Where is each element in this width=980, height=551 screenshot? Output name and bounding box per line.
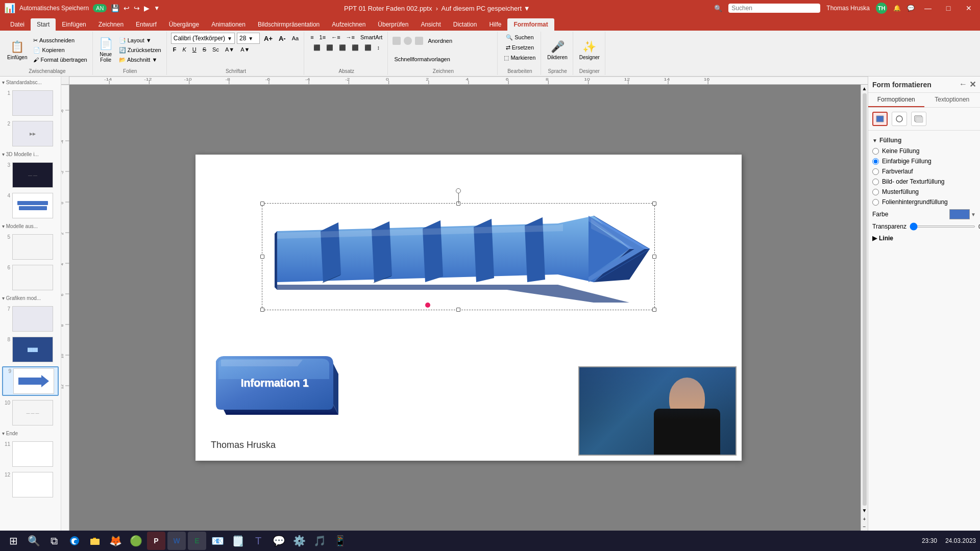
- shape-btn-3[interactable]: [415, 37, 423, 45]
- font-size-selector[interactable]: 28 ▼: [237, 33, 260, 44]
- scroll-down[interactable]: ▼: [861, 507, 868, 514]
- tab-animationen[interactable]: Animationen: [205, 18, 252, 31]
- tab-datei[interactable]: Datei: [4, 18, 31, 31]
- scroll-thumb-v[interactable]: [863, 93, 867, 506]
- slide-thumb-11[interactable]: 11: [2, 440, 59, 468]
- group-label-4[interactable]: ▾ Grafiken mod...: [2, 294, 59, 302]
- zoom-in[interactable]: +: [862, 515, 867, 523]
- slide-thumb-9[interactable]: 9: [2, 366, 59, 396]
- dictate-button[interactable]: 🎤 Diktieren: [545, 35, 569, 65]
- fill-pattern-option[interactable]: Musterfüllung: [872, 187, 976, 197]
- tab-start[interactable]: Start: [31, 18, 56, 31]
- comments-icon[interactable]: 💬: [907, 5, 915, 12]
- powerpoint-app[interactable]: P: [147, 532, 165, 550]
- underline-button[interactable]: U: [190, 45, 199, 54]
- tab-entwurf[interactable]: Entwurf: [130, 18, 163, 31]
- bullets-button[interactable]: ≡: [308, 33, 315, 42]
- shape-icon-fill[interactable]: [872, 112, 888, 126]
- tab-ansicht[interactable]: Ansicht: [414, 18, 447, 31]
- edge-browser[interactable]: [65, 532, 84, 550]
- zoom-out[interactable]: −: [862, 523, 867, 531]
- layout-button[interactable]: 📑 Layout ▼: [117, 36, 163, 45]
- fill-solid-radio[interactable]: [872, 158, 879, 165]
- align-center-button[interactable]: ⬛: [324, 43, 335, 52]
- font-name-dropdown[interactable]: ▼: [227, 36, 232, 41]
- line-spacing-button[interactable]: ↕: [375, 43, 382, 52]
- slide-thumb-4[interactable]: 4: [2, 192, 59, 219]
- chrome[interactable]: 🟢: [127, 532, 145, 550]
- columns-button[interactable]: ⬛: [362, 43, 374, 52]
- slide-thumb-3[interactable]: 3 — —: [2, 161, 59, 189]
- fill-section-header[interactable]: ▼ Füllung: [872, 135, 976, 146]
- tab-formformat[interactable]: Formformat: [507, 18, 554, 31]
- shape-icon-effects[interactable]: [911, 112, 926, 126]
- copy-button[interactable]: 📄 Kopieren: [31, 45, 89, 55]
- designer-button[interactable]: ✨ Designer: [577, 35, 602, 65]
- phone-app[interactable]: 📱: [331, 532, 349, 550]
- group-label-1[interactable]: ▾ Standardabsc...: [2, 79, 59, 86]
- fill-gradient-radio[interactable]: [872, 168, 879, 175]
- fill-slide-radio[interactable]: [872, 199, 879, 206]
- tab-uebergaenge[interactable]: Übergänge: [163, 18, 205, 31]
- select-button[interactable]: ⬚ Markieren: [502, 53, 537, 62]
- tab-einfuegen[interactable]: Einfügen: [56, 18, 92, 31]
- slide-thumb-8[interactable]: 8 ████: [2, 336, 59, 363]
- search-input[interactable]: [728, 4, 820, 13]
- shadow-button[interactable]: Sc: [210, 45, 221, 54]
- slide[interactable]: Information 1 Information 1 Information …: [195, 155, 742, 461]
- start-button[interactable]: ⊞: [4, 532, 22, 550]
- reset-button[interactable]: 🔄 Zurücksetzen: [117, 45, 163, 55]
- group-label-2[interactable]: ▾ 3D Modelle i...: [2, 151, 59, 158]
- replace-button[interactable]: ⇄ Ersetzen: [504, 43, 536, 52]
- shape-btn-2[interactable]: [404, 37, 412, 45]
- fill-picture-option[interactable]: Bild- oder Texturfüllung: [872, 177, 976, 187]
- group-label-3[interactable]: ▾ Modelle aus...: [2, 222, 59, 230]
- slide-thumb-1[interactable]: 1: [2, 89, 59, 117]
- italic-button[interactable]: K: [180, 45, 188, 54]
- font-decrease-button[interactable]: A-: [277, 34, 288, 43]
- color-swatch[interactable]: [949, 209, 970, 219]
- onenote-app[interactable]: 🗒️: [229, 532, 247, 550]
- arrange-button[interactable]: Anordnen: [426, 36, 454, 45]
- scroll-bar-v[interactable]: ▲ ▼ + −: [861, 85, 868, 531]
- panel-close-button[interactable]: ✕: [969, 80, 976, 89]
- tab-hilfe[interactable]: Hilfe: [483, 18, 507, 31]
- system-app-1[interactable]: ⚙️: [290, 532, 308, 550]
- increase-indent-button[interactable]: →≡: [344, 33, 357, 42]
- redo-icon[interactable]: ↪: [134, 4, 140, 12]
- shape-icon-outline[interactable]: [892, 112, 907, 126]
- shape-btn-1[interactable]: [393, 37, 401, 45]
- panel-tab-form[interactable]: Formoptionen: [868, 93, 924, 107]
- slide-thumb-2[interactable]: 2 ▶▶: [2, 120, 59, 147]
- color-dropdown[interactable]: ▼: [971, 212, 976, 217]
- slide-thumb-6[interactable]: 6: [2, 264, 59, 291]
- fill-solid-option[interactable]: Einfarbige Füllung: [872, 156, 976, 166]
- section-button[interactable]: 📂 Abschnitt ▼: [117, 55, 163, 64]
- slide-thumb-12[interactable]: 12: [2, 471, 59, 498]
- save-icon[interactable]: 💾: [111, 4, 119, 12]
- highlight-button[interactable]: A▼: [238, 45, 252, 54]
- font-name-selector[interactable]: Calibri (Textkörper) ▼: [171, 33, 235, 44]
- undo-icon[interactable]: ↩: [124, 4, 130, 12]
- numbering-button[interactable]: 1≡: [317, 33, 328, 42]
- font-color-button[interactable]: A▼: [223, 45, 236, 54]
- telegram-app[interactable]: 💬: [270, 532, 288, 550]
- group-label-end[interactable]: ▾ Ende: [2, 430, 59, 437]
- format-paint-button[interactable]: 🖌 Format übertragen: [31, 55, 89, 64]
- fill-none-option[interactable]: Keine Füllung: [872, 146, 976, 156]
- justify-button[interactable]: ⬛: [350, 43, 361, 52]
- share-icon[interactable]: 🔔: [893, 5, 901, 12]
- file-explorer[interactable]: [86, 532, 104, 550]
- clear-format-button[interactable]: Aa: [290, 34, 301, 43]
- excel-app[interactable]: E: [188, 532, 206, 550]
- save-location-dropdown[interactable]: ▼: [524, 5, 530, 12]
- fill-pattern-radio[interactable]: [872, 189, 879, 195]
- line-section-header[interactable]: ▶ Linie: [872, 232, 976, 243]
- tab-aufzeichnen[interactable]: Aufzeichnen: [326, 18, 372, 31]
- cut-button[interactable]: ✂ Ausschneiden: [31, 36, 89, 45]
- tab-dictation[interactable]: Dictation: [447, 18, 483, 31]
- find-button[interactable]: 🔍 Suchen: [504, 33, 535, 42]
- new-slide-button[interactable]: 📄 NeueFolie: [97, 35, 115, 65]
- tab-praesentation[interactable]: Bildschirmpräsentation: [252, 18, 326, 31]
- panel-tab-text[interactable]: Textoptionen: [924, 93, 981, 107]
